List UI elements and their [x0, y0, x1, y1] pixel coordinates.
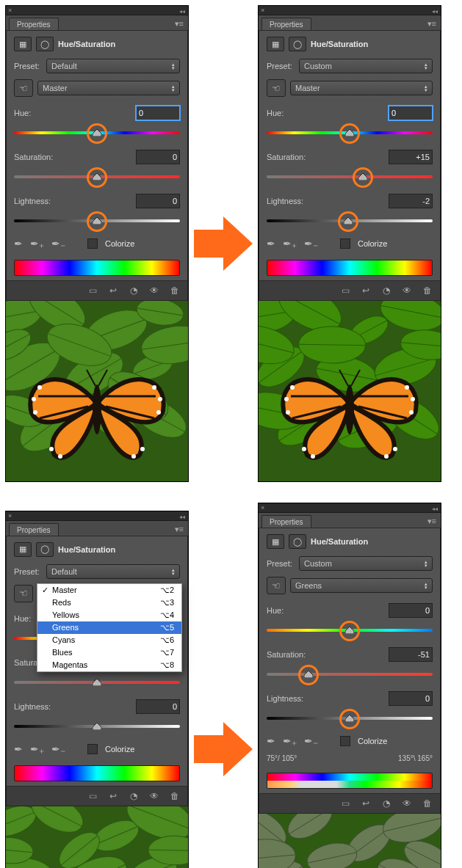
collapse-icon[interactable]: ◂◂: [432, 506, 438, 512]
eyedropper-icon[interactable]: ✒: [267, 238, 275, 249]
sat-slider[interactable]: [14, 172, 180, 182]
close-icon[interactable]: ×: [261, 7, 264, 14]
panel-menu-icon[interactable]: ▾≡: [175, 19, 184, 29]
colorize-label: Colorize: [105, 239, 134, 248]
eyedropper-add-icon[interactable]: ✒₊: [283, 735, 297, 747]
close-icon[interactable]: ×: [8, 512, 12, 519]
preset-select[interactable]: Default ▴▾: [46, 59, 180, 73]
lite-slider[interactable]: [14, 216, 180, 226]
range-dropdown-menu[interactable]: Master⌥2Reds⌥3Yellows⌥4Greens⌥5Cyans⌥6Bl…: [37, 583, 182, 672]
view-prev-icon[interactable]: ◔: [380, 798, 393, 809]
sat-slider[interactable]: [267, 669, 433, 679]
hue-slider[interactable]: [14, 128, 180, 138]
lite-slider[interactable]: [14, 721, 180, 732]
lite-input[interactable]: [389, 691, 433, 706]
lite-input[interactable]: [136, 194, 180, 208]
sat-input[interactable]: [136, 150, 180, 164]
clip-icon[interactable]: ▭: [339, 285, 352, 296]
svg-point-86: [384, 454, 389, 459]
panel-titlebar[interactable]: × ◂◂: [6, 511, 188, 521]
visibility-icon[interactable]: 👁: [400, 798, 414, 809]
hue-input[interactable]: [389, 603, 433, 618]
sat-input[interactable]: [389, 150, 433, 164]
reset-icon[interactable]: ↩: [359, 798, 372, 809]
targeted-adjust-icon[interactable]: ☜: [14, 585, 33, 602]
eyedropper-subtract-icon[interactable]: ✒₋: [304, 238, 318, 249]
properties-tab[interactable]: Properties: [9, 523, 59, 536]
trash-icon[interactable]: 🗑: [168, 285, 181, 296]
eyedropper-add-icon[interactable]: ✒₊: [30, 238, 44, 249]
view-prev-icon[interactable]: ◔: [127, 790, 140, 802]
targeted-adjust-icon[interactable]: ☜: [267, 577, 286, 594]
range-select[interactable]: Master ▴▾: [37, 81, 180, 95]
preset-select[interactable]: Custom ▴▾: [299, 556, 433, 571]
panel-menu-icon[interactable]: ▾≡: [427, 517, 436, 526]
trash-icon[interactable]: 🗑: [421, 798, 434, 809]
collapse-icon[interactable]: ◂◂: [432, 8, 438, 15]
lite-input[interactable]: [389, 194, 433, 208]
hue-input[interactable]: [389, 106, 433, 120]
sat-input[interactable]: [389, 647, 433, 662]
properties-tab[interactable]: Properties: [261, 18, 311, 30]
eyedropper-icon[interactable]: ✒: [267, 735, 275, 747]
svg-point-87: [290, 385, 295, 390]
properties-tab[interactable]: Properties: [261, 515, 311, 528]
range-select[interactable]: Master ▴▾: [290, 81, 433, 95]
hue-slider[interactable]: [267, 128, 433, 138]
visibility-icon[interactable]: 👁: [148, 790, 161, 802]
colorize-checkbox[interactable]: [87, 744, 98, 754]
eyedropper-add-icon[interactable]: ✒₊: [283, 238, 297, 249]
lite-slider[interactable]: [267, 713, 433, 723]
panel-titlebar[interactable]: × ◂◂: [259, 503, 441, 513]
panel-menu-icon[interactable]: ▾≡: [427, 19, 436, 29]
sat-slider[interactable]: [14, 677, 180, 688]
preset-select[interactable]: Default ▴▾: [46, 564, 180, 579]
trash-icon[interactable]: 🗑: [421, 285, 434, 296]
range-option-reds[interactable]: Reds⌥3: [37, 597, 181, 609]
eyedropper-icon[interactable]: ✒: [14, 238, 23, 249]
hue-slider[interactable]: [267, 625, 433, 635]
lite-input[interactable]: [136, 699, 180, 714]
clip-icon[interactable]: ▭: [86, 285, 99, 296]
panel-titlebar[interactable]: × ◂◂: [6, 6, 188, 15]
colorize-checkbox[interactable]: [340, 238, 350, 249]
hue-label: Hue:: [267, 606, 284, 615]
panel-titlebar[interactable]: × ◂◂: [259, 6, 441, 15]
clip-icon[interactable]: ▭: [339, 798, 352, 809]
range-select[interactable]: Greens ▴▾: [290, 578, 433, 593]
range-option-cyans[interactable]: Cyans⌥6: [37, 634, 181, 646]
eyedropper-subtract-icon[interactable]: ✒₋: [51, 238, 65, 249]
visibility-icon[interactable]: 👁: [148, 285, 161, 296]
view-prev-icon[interactable]: ◔: [127, 285, 140, 296]
range-option-magentas[interactable]: Magentas⌥8: [37, 659, 181, 671]
hue-input[interactable]: [136, 106, 180, 120]
reset-icon[interactable]: ↩: [359, 285, 372, 296]
panel-menu-icon[interactable]: ▾≡: [175, 525, 184, 534]
targeted-adjust-icon[interactable]: ☜: [14, 79, 33, 97]
properties-tab[interactable]: Properties: [9, 18, 59, 30]
trash-icon[interactable]: 🗑: [168, 790, 181, 802]
eyedropper-subtract-icon[interactable]: ✒₋: [51, 743, 65, 755]
targeted-adjust-icon[interactable]: ☜: [267, 79, 286, 97]
close-icon[interactable]: ×: [8, 7, 12, 14]
range-option-master[interactable]: Master⌥2: [37, 584, 181, 597]
reset-icon[interactable]: ↩: [107, 285, 120, 296]
eyedropper-subtract-icon[interactable]: ✒₋: [304, 735, 318, 747]
range-option-blues[interactable]: Blues⌥7: [37, 646, 181, 659]
visibility-icon[interactable]: 👁: [400, 285, 414, 296]
colorize-checkbox[interactable]: [340, 736, 350, 746]
eyedropper-icon[interactable]: ✒: [14, 743, 23, 755]
preset-select[interactable]: Custom ▴▾: [299, 59, 433, 73]
reset-icon[interactable]: ↩: [107, 790, 120, 802]
lite-slider[interactable]: [267, 216, 433, 226]
clip-icon[interactable]: ▭: [86, 790, 99, 802]
close-icon[interactable]: ×: [261, 504, 264, 511]
eyedropper-add-icon[interactable]: ✒₊: [30, 743, 44, 755]
sat-slider[interactable]: [267, 172, 433, 182]
view-prev-icon[interactable]: ◔: [380, 285, 393, 296]
range-option-yellows[interactable]: Yellows⌥4: [37, 609, 181, 621]
range-option-greens[interactable]: Greens⌥5: [37, 621, 181, 634]
colorize-checkbox[interactable]: [87, 238, 98, 249]
collapse-icon[interactable]: ◂◂: [179, 514, 185, 520]
collapse-icon[interactable]: ◂◂: [179, 8, 185, 15]
